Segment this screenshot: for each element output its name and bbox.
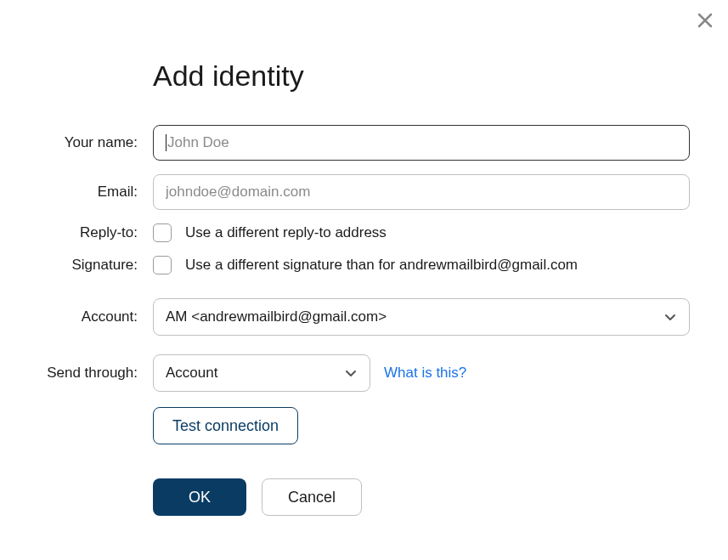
account-select-wrap: AM <andrewmailbird@gmail.com> [153, 298, 690, 336]
ok-button[interactable]: OK [153, 478, 246, 516]
close-button[interactable] [695, 10, 715, 31]
text-cursor [166, 134, 166, 151]
send-through-label: Send through: [34, 365, 153, 382]
reply-to-checkbox[interactable] [153, 223, 172, 242]
reply-to-checkbox-text: Use a different reply-to address [185, 224, 387, 241]
signature-checkbox-text: Use a different signature than for andre… [185, 257, 578, 274]
email-label: Email: [34, 184, 153, 201]
name-row: Your name: John Doe [34, 125, 694, 161]
account-select[interactable]: AM <andrewmailbird@gmail.com> [153, 298, 690, 336]
close-icon [697, 13, 713, 28]
name-placeholder: John Doe [167, 134, 229, 151]
send-through-select-wrap: Account [153, 354, 370, 392]
send-through-selected-value: Account [166, 365, 217, 382]
send-through-row: Send through: Account What is this? [34, 354, 694, 392]
add-identity-dialog: Add identity Your name: John Doe Email: … [0, 0, 728, 550]
account-label: Account: [34, 308, 153, 325]
signature-label: Signature: [34, 257, 153, 274]
dialog-title: Add identity [153, 59, 694, 93]
email-input[interactable] [153, 174, 690, 210]
name-input[interactable]: John Doe [153, 125, 690, 161]
account-row: Account: AM <andrewmailbird@gmail.com> [34, 298, 694, 336]
reply-to-label: Reply-to: [34, 224, 153, 241]
signature-row: Signature: Use a different signature tha… [34, 256, 694, 274]
account-selected-value: AM <andrewmailbird@gmail.com> [166, 308, 387, 325]
send-through-select[interactable]: Account [153, 354, 370, 392]
test-connection-row: Test connection [34, 407, 694, 444]
dialog-buttons: OK Cancel [153, 478, 694, 516]
email-row: Email: [34, 174, 694, 210]
cancel-button[interactable]: Cancel [262, 478, 362, 516]
reply-to-row: Reply-to: Use a different reply-to addre… [34, 223, 694, 242]
test-connection-button[interactable]: Test connection [153, 407, 298, 444]
signature-checkbox[interactable] [153, 256, 172, 274]
what-is-this-link[interactable]: What is this? [384, 365, 466, 382]
name-label: Your name: [34, 134, 153, 151]
